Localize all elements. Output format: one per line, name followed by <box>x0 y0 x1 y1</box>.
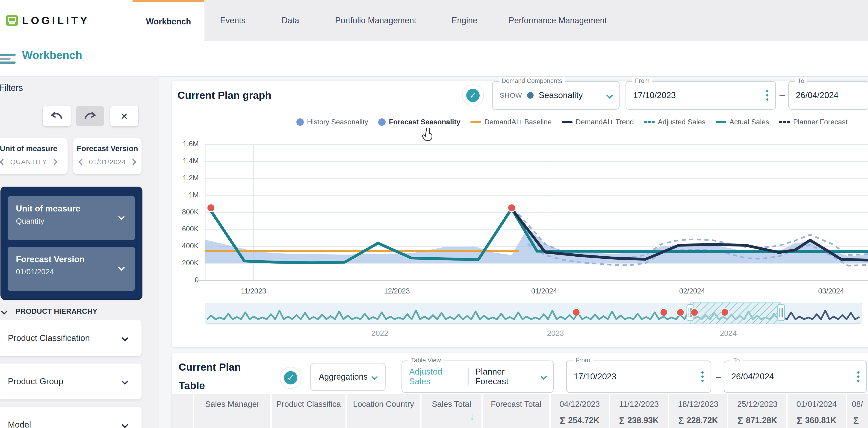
logility-logo-text: LOGILITY <box>22 14 89 27</box>
column-header-sales-total[interactable]: Sales Total↓ <box>422 394 482 428</box>
top-nav-bar: LOGILITY Workbench Events Data Portfolio… <box>0 0 868 41</box>
legend-item-forecast-seasonality[interactable]: Forecast Seasonality <box>378 118 460 126</box>
table-card-title-line1: Current Plan <box>179 361 241 373</box>
series-dot-icon <box>527 92 533 99</box>
date-column-header[interactable]: 11/12/2023Σ238.93K <box>610 394 668 428</box>
page-header: Workbench Sync filters <box>0 41 868 77</box>
chevron-down-icon <box>1 308 7 315</box>
demand-components-select[interactable]: Demand Components SHOW Seasonality <box>492 81 620 110</box>
y-axis-tick: 600K <box>173 225 199 233</box>
tab-engine[interactable]: Engine <box>436 0 493 41</box>
aggregations-button[interactable]: Aggregations <box>310 363 385 391</box>
filter-list-icon[interactable] <box>0 52 17 65</box>
next-icon[interactable] <box>130 159 136 165</box>
quick-filter-forecast-version[interactable]: Forecast Version 01/01/2024 <box>73 138 142 174</box>
x-axis-tick: 12/2023 <box>384 287 410 295</box>
prev-icon[interactable] <box>79 159 85 165</box>
kebab-menu-icon[interactable] <box>701 371 704 382</box>
legend-item-demandai-trend[interactable]: DemandAI+ Trend <box>562 118 634 126</box>
panel-unit-of-measure-dropdown[interactable]: Unit of measure Quantity <box>8 196 135 240</box>
tab-workbench[interactable]: Workbench <box>132 0 205 41</box>
date-column-header[interactable]: 18/12/2023Σ228.72K <box>669 394 727 428</box>
page-title: Workbench <box>22 49 82 62</box>
view-divider <box>468 368 469 385</box>
tab-performance-management[interactable]: Performance Management <box>498 0 618 41</box>
date-label: 11/12/2023 <box>610 399 668 409</box>
legend-item-demandai-baseline[interactable]: DemandAI+ Baseline <box>470 118 552 126</box>
legend-label: DemandAI+ Trend <box>576 118 634 126</box>
logility-logo-icon <box>6 15 18 26</box>
check-icon: ✓ <box>466 89 479 102</box>
next-icon[interactable] <box>51 159 58 165</box>
legend-item-history-seasonality[interactable]: History Seasonality <box>297 118 368 126</box>
table-view-adjusted-sales[interactable]: Adjusted Sales <box>409 367 462 386</box>
table-view-select[interactable]: Table View Adjusted Sales Planner Foreca… <box>402 361 554 393</box>
date-column-header[interactable]: 01/01/2024Σ360.81K <box>787 394 846 428</box>
x-axis-tick: 03/2024 <box>818 287 844 295</box>
table-view-planner-forecast[interactable]: Planner Forecast <box>475 367 535 386</box>
filters-sidebar: Filters × Unit of measure QUANTITY <box>0 76 159 428</box>
column-label: Location Country <box>347 399 420 409</box>
date-label: 08/ <box>847 399 868 409</box>
date-label: 04/12/2023 <box>551 399 609 409</box>
dropdown-product-classification[interactable]: Product Classification <box>0 320 142 356</box>
graph-from-date-field[interactable]: From 17/10/2023 <box>625 81 776 110</box>
tab-data[interactable]: Data <box>267 0 313 41</box>
check-icon: ✓ <box>284 371 297 385</box>
kebab-menu-icon[interactable] <box>857 371 860 382</box>
mouse-cursor-icon <box>422 128 434 142</box>
legend-item-adjusted-sales[interactable]: Adjusted Sales <box>644 118 706 126</box>
legend-swatch-icon <box>644 121 655 123</box>
prev-icon[interactable] <box>0 159 6 165</box>
chevron-down-icon <box>122 335 128 341</box>
chevron-down-icon <box>122 422 128 428</box>
date-column-header[interactable]: 04/12/2023Σ254.72K <box>551 394 609 428</box>
date-column-header[interactable]: 08/Σ <box>847 394 868 428</box>
filters-title: Filters <box>0 83 23 93</box>
legend-label: Adjusted Sales <box>658 118 706 126</box>
column-header-sales-manager[interactable]: Sales Manager <box>194 394 270 428</box>
undo-button[interactable] <box>43 106 71 126</box>
logo[interactable]: LOGILITY <box>0 0 132 41</box>
table-to-date-field[interactable]: To 26/04/2024 <box>724 361 867 393</box>
chevron-down-icon <box>122 378 128 385</box>
chart-legend: History SeasonalityForecast SeasonalityD… <box>297 118 847 126</box>
column-header-location-country[interactable]: Location Country <box>347 394 420 428</box>
kebab-menu-icon[interactable] <box>766 90 769 101</box>
date-column-header[interactable]: 25/12/2023Σ871.28K <box>728 394 786 428</box>
column-header-select[interactable] <box>172 394 193 428</box>
chevron-down-icon <box>541 373 547 380</box>
chevron-down-icon <box>607 92 613 99</box>
table-from-date-field[interactable]: From 17/10/2023 <box>566 361 711 393</box>
clear-filters-button[interactable]: × <box>110 106 138 126</box>
y-axis-tick: 1.2M <box>173 174 199 182</box>
tab-portfolio-management[interactable]: Portfolio Management <box>323 0 429 41</box>
dropdown-model[interactable]: Model <box>0 407 142 428</box>
graph-to-date-field[interactable]: To 26/04/2024 <box>788 81 868 110</box>
tab-events[interactable]: Events <box>208 0 258 41</box>
column-total: 254.72K <box>568 416 599 426</box>
legend-label: Actual Sales <box>730 118 769 126</box>
legend-item-actual-sales[interactable]: Actual Sales <box>716 118 769 126</box>
dropdown-product-group[interactable]: Product Group <box>0 363 142 399</box>
date-label: 25/12/2023 <box>728 399 786 409</box>
panel-forecast-version-dropdown[interactable]: Forecast Version 01/01/2024 <box>8 247 135 291</box>
column-header-forecast-total[interactable]: Forecast Total <box>483 394 549 428</box>
legend-label: Forecast Seasonality <box>389 118 460 126</box>
legend-item-planner-forecast[interactable]: Planner Forecast <box>779 118 847 126</box>
table-enabled-indicator[interactable]: ✓ <box>280 367 302 389</box>
y-axis-tick: 200K <box>173 259 199 267</box>
x-axis-tick: 11/2023 <box>241 287 266 295</box>
quick-filter-unit-of-measure[interactable]: Unit of measure QUANTITY <box>0 138 67 174</box>
sigma-icon: Σ <box>560 416 565 426</box>
sort-descending-icon[interactable]: ↓ <box>422 410 482 422</box>
product-hierarchy-section[interactable]: PRODUCT HIERARCHY <box>2 307 97 316</box>
table-card-title-line2: Table <box>179 380 205 392</box>
sigma-icon: Σ <box>619 416 625 426</box>
y-axis-tick: 0 <box>173 276 199 284</box>
graph-enabled-indicator[interactable]: ✓ <box>462 84 484 106</box>
redo-button[interactable] <box>76 106 104 126</box>
column-header-product-classifica[interactable]: Product Classifica <box>272 394 345 428</box>
date-label: 01/01/2024 <box>787 399 846 409</box>
y-axis-tick: 1.4M <box>173 157 199 165</box>
